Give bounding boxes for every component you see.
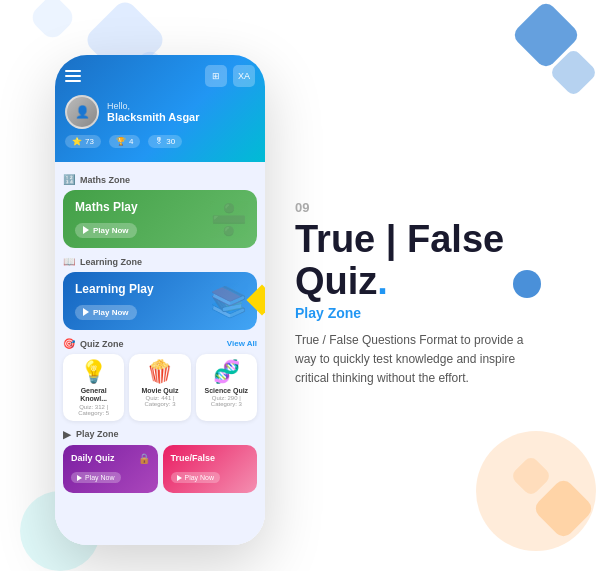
daily-play-label: Play Now xyxy=(85,474,115,481)
general-quiz-icon: 💡 xyxy=(68,359,119,385)
trophy-value: 4 xyxy=(129,137,133,146)
learning-zone-icon: 📖 xyxy=(63,256,75,267)
stars-value: 73 xyxy=(85,137,94,146)
true-false-card[interactable]: True/False Play Now xyxy=(163,445,258,493)
quiz-card-general[interactable]: 💡 General Knowl... Quiz: 312 | Category:… xyxy=(63,354,124,421)
true-false-play-label: Play Now xyxy=(185,474,215,481)
medal-value: 30 xyxy=(166,137,175,146)
quiz-card-science[interactable]: 🧬 Science Quiz Quiz: 290 | Category: 3 xyxy=(196,354,257,421)
maths-play-label: Play Now xyxy=(93,226,129,235)
star-icon: ⭐ xyxy=(72,137,82,146)
maths-bg-icon: ➗ xyxy=(210,202,247,237)
stat-medal: 🎖 30 xyxy=(148,135,182,148)
movie-quiz-name: Movie Quiz xyxy=(134,387,185,395)
main-title: True | False Quiz. xyxy=(295,219,585,303)
header-icons: ⊞ XA xyxy=(205,65,255,87)
maths-zone-label: 🔢 Maths Zone xyxy=(63,174,257,185)
avatar: 👤 xyxy=(65,95,99,129)
phone-content: 🔢 Maths Zone Maths Play Play Now ➗ 📖 Lea… xyxy=(55,162,265,545)
screenshot-icon[interactable]: ⊞ xyxy=(205,65,227,87)
learning-play-card[interactable]: Learning Play Play Now 📚 xyxy=(63,272,257,330)
maths-zone-icon: 🔢 xyxy=(63,174,75,185)
stat-trophy: 🏆 4 xyxy=(109,135,140,148)
stats-row: ⭐ 73 🏆 4 🎖 30 xyxy=(65,135,255,148)
maths-play-icon xyxy=(83,226,89,234)
science-quiz-icon: 🧬 xyxy=(201,359,252,385)
description-text: True / False Questions Format to provide… xyxy=(295,331,545,389)
title-dot: . xyxy=(377,260,388,302)
medal-icon: 🎖 xyxy=(155,137,163,146)
learning-bg-icon: 📚 xyxy=(210,284,247,319)
bg-diamond-3 xyxy=(28,0,77,42)
play-zone-icon: ▶ xyxy=(63,429,71,440)
quiz-card-movie[interactable]: 🍿 Movie Quiz Quiz: 441 | Category: 3 xyxy=(129,354,190,421)
learning-play-btn[interactable]: Play Now xyxy=(75,305,137,320)
translate-icon[interactable]: XA xyxy=(233,65,255,87)
view-all-btn[interactable]: View All xyxy=(227,339,257,348)
trophy-icon: 🏆 xyxy=(116,137,126,146)
title-line1: True | False xyxy=(295,218,504,260)
maths-play-card[interactable]: Maths Play Play Now ➗ xyxy=(63,190,257,248)
step-number: 09 xyxy=(295,200,585,215)
learning-zone-text: Learning Zone xyxy=(80,257,142,267)
science-quiz-name: Science Quiz xyxy=(201,387,252,395)
phone-mockup: ⊞ XA 👤 Hello, Blacksmith Asgar ⭐ 73 xyxy=(55,55,265,545)
title-line2: Quiz xyxy=(295,260,377,302)
phone-screen: ⊞ XA 👤 Hello, Blacksmith Asgar ⭐ 73 xyxy=(55,55,265,545)
daily-play-icon xyxy=(77,475,82,481)
hamburger-menu[interactable] xyxy=(65,70,81,82)
username-text: Blacksmith Asgar xyxy=(107,111,200,123)
learning-play-label: Play Now xyxy=(93,308,129,317)
phone-header: ⊞ XA 👤 Hello, Blacksmith Asgar ⭐ 73 xyxy=(55,55,265,162)
science-quiz-meta: Quiz: 290 | Category: 3 xyxy=(201,395,252,407)
phone-body: ⊞ XA 👤 Hello, Blacksmith Asgar ⭐ 73 xyxy=(55,55,265,545)
daily-quiz-play-btn[interactable]: Play Now xyxy=(71,472,121,483)
play-zone-row: Daily Quiz Play Now 🔒 True/False Play No… xyxy=(63,445,257,493)
bg-orange-blob xyxy=(476,431,596,551)
maths-play-btn[interactable]: Play Now xyxy=(75,223,137,238)
true-false-play-icon xyxy=(177,475,182,481)
play-zone-text: Play Zone xyxy=(76,429,119,439)
quiz-zone-label: 🎯 Quiz Zone View All xyxy=(63,338,257,349)
right-panel: 09 True | False Quiz. Play Zone True / F… xyxy=(295,200,585,388)
movie-quiz-meta: Quiz: 441 | Category: 3 xyxy=(134,395,185,407)
general-quiz-name: General Knowl... xyxy=(68,387,119,404)
play-zone-label: ▶ Play Zone xyxy=(63,429,257,440)
general-quiz-meta: Quiz: 312 | Category: 5 xyxy=(68,404,119,416)
user-info: Hello, Blacksmith Asgar xyxy=(107,101,200,123)
greeting-text: Hello, xyxy=(107,101,200,111)
learning-zone-label: 📖 Learning Zone xyxy=(63,256,257,267)
true-false-title: True/False xyxy=(171,453,250,463)
user-row: 👤 Hello, Blacksmith Asgar xyxy=(65,95,255,129)
stat-stars: ⭐ 73 xyxy=(65,135,101,148)
maths-zone-text: Maths Zone xyxy=(80,175,130,185)
lock-icon: 🔒 xyxy=(138,453,150,464)
quiz-zone-text: Quiz Zone xyxy=(80,339,124,349)
daily-quiz-card[interactable]: Daily Quiz Play Now 🔒 xyxy=(63,445,158,493)
learning-play-icon xyxy=(83,308,89,316)
quiz-row: 💡 General Knowl... Quiz: 312 | Category:… xyxy=(63,354,257,421)
quiz-zone-icon: 🎯 xyxy=(63,338,75,349)
movie-quiz-icon: 🍿 xyxy=(134,359,185,385)
true-false-play-btn[interactable]: Play Now xyxy=(171,472,221,483)
top-bar: ⊞ XA xyxy=(65,65,255,87)
subtitle-text: Play Zone xyxy=(295,305,585,321)
